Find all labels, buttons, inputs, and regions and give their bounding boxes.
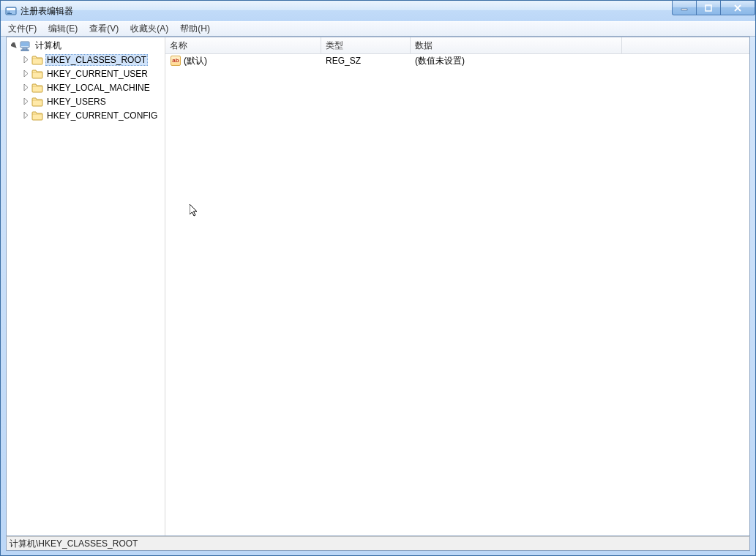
svg-rect-5 (706, 5, 711, 11)
tree-panel[interactable]: 计算机 HKEY_CLASSES_ROOTHKEY_CURRENT_USERHK… (7, 37, 165, 536)
folder-icon (31, 110, 43, 121)
menu-favorites[interactable]: 收藏夹(A) (124, 21, 174, 37)
tree-node[interactable]: HKEY_LOCAL_MACHINE (7, 80, 165, 94)
tree-node[interactable]: HKEY_CURRENT_CONFIG (7, 108, 165, 122)
tree-node-label: HKEY_LOCAL_MACHINE (45, 83, 151, 93)
svg-rect-3 (7, 13, 12, 14)
value-data: (数值未设置) (415, 55, 465, 67)
maximize-button[interactable] (696, 1, 721, 15)
svg-rect-9 (21, 50, 29, 51)
minimize-button[interactable] (672, 1, 697, 15)
expander-icon[interactable] (21, 111, 30, 120)
tree-root-label: 计算机 (34, 40, 63, 52)
close-button[interactable] (720, 1, 755, 15)
value-type: REG_SZ (326, 56, 361, 66)
folder-icon (31, 54, 43, 66)
tree-node[interactable]: HKEY_CURRENT_USER (7, 67, 165, 80)
folder-icon (31, 68, 43, 80)
list-body[interactable]: ab(默认)REG_SZ(数值未设置) (165, 54, 749, 536)
string-value-icon: ab (170, 55, 181, 67)
titlebar[interactable]: 注册表编辑器 (1, 1, 755, 21)
menu-help[interactable]: 帮助(H) (174, 21, 216, 37)
menubar: 文件(F) 编辑(E) 查看(V) 收藏夹(A) 帮助(H) (1, 21, 755, 37)
tree-node-label: HKEY_CURRENT_CONFIG (45, 110, 159, 121)
tree-node-label: HKEY_CLASSES_ROOT (45, 54, 148, 66)
expander-icon[interactable] (10, 42, 18, 50)
status-path: 计算机\HKEY_CLASSES_ROOT (10, 538, 138, 550)
computer-icon (20, 40, 31, 52)
client-area: 计算机 HKEY_CLASSES_ROOTHKEY_CURRENT_USERHK… (6, 37, 750, 536)
tree-node[interactable]: HKEY_USERS (7, 94, 165, 108)
tree-root[interactable]: 计算机 (7, 39, 165, 53)
folder-icon (31, 96, 43, 108)
value-name: (默认) (184, 55, 207, 67)
column-header-type[interactable]: 类型 (321, 37, 411, 53)
list-panel: 名称 类型 数据 ab(默认)REG_SZ(数值未设置) (165, 37, 749, 536)
window-frame: 注册表编辑器 文件(F) 编辑(E) 查看(V) 收藏夹(A) 帮助(H) (0, 0, 756, 556)
column-header-spacer (622, 37, 749, 53)
cursor-icon (190, 204, 201, 221)
column-header-name[interactable]: 名称 (165, 37, 321, 53)
svg-rect-2 (7, 12, 10, 12)
tree-node-label: HKEY_USERS (45, 97, 108, 107)
list-header: 名称 类型 数据 (165, 37, 749, 54)
svg-rect-4 (681, 9, 687, 10)
window-buttons (673, 1, 755, 15)
column-header-data[interactable]: 数据 (411, 37, 622, 53)
expander-icon[interactable] (21, 97, 30, 106)
expander-icon[interactable] (21, 83, 30, 92)
expander-icon[interactable] (21, 56, 30, 64)
menu-file[interactable]: 文件(F) (2, 21, 42, 37)
tree-node-label: HKEY_CURRENT_USER (45, 69, 149, 79)
svg-rect-7 (21, 42, 29, 46)
folder-icon (31, 82, 43, 94)
expander-icon[interactable] (21, 70, 30, 78)
statusbar: 计算机\HKEY_CLASSES_ROOT (6, 536, 750, 551)
menu-view[interactable]: 查看(V) (83, 21, 124, 37)
menu-edit[interactable]: 编辑(E) (42, 21, 83, 37)
app-icon (5, 5, 17, 17)
svg-rect-1 (7, 8, 15, 10)
tree-node[interactable]: HKEY_CLASSES_ROOT (7, 53, 165, 67)
list-row[interactable]: ab(默认)REG_SZ(数值未设置) (165, 54, 749, 67)
window-title: 注册表编辑器 (20, 5, 73, 18)
